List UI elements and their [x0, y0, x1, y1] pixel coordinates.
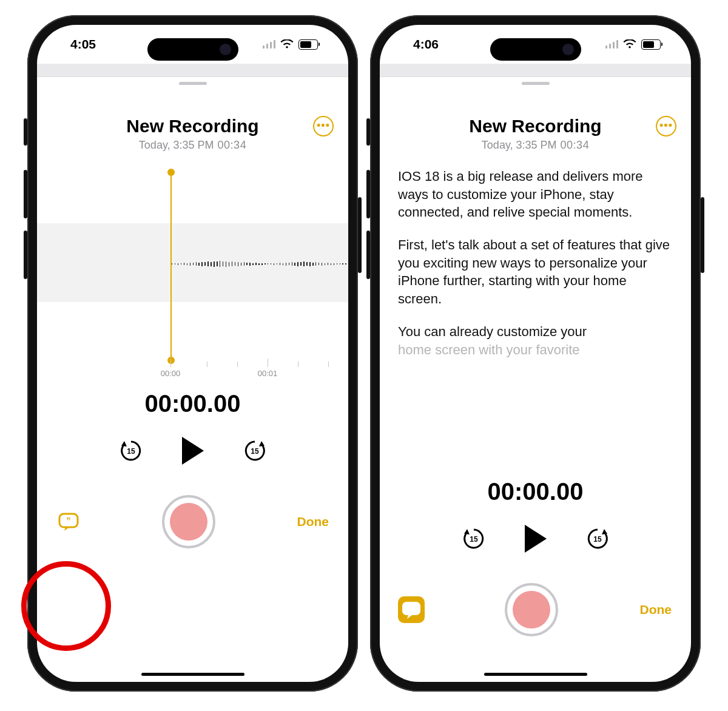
- waveform: [172, 260, 348, 268]
- recording-subtitle: Today, 3:35 PM00:34: [37, 139, 348, 152]
- record-button[interactable]: [505, 583, 558, 636]
- status-bar: 4:05: [37, 25, 348, 64]
- transcript-body[interactable]: IOS 18 is a big release and delivers mor…: [380, 158, 691, 466]
- status-time: 4:06: [413, 37, 439, 52]
- skip-forward-15-button[interactable]: 15: [585, 527, 610, 551]
- transcript-toggle-button[interactable]: ”: [55, 508, 82, 535]
- wifi-icon: [623, 39, 636, 49]
- playback-timer: 00:00.00: [380, 466, 691, 505]
- status-time: 4:05: [70, 37, 96, 52]
- svg-text:”: ”: [410, 604, 414, 613]
- svg-text:15: 15: [127, 447, 135, 456]
- skip-forward-15-button[interactable]: 15: [243, 439, 267, 463]
- skip-back-15-button[interactable]: 15: [462, 527, 486, 551]
- skip-back-15-button[interactable]: 15: [119, 439, 143, 463]
- more-options-button[interactable]: •••: [313, 116, 334, 136]
- home-indicator[interactable]: [484, 673, 587, 676]
- wifi-icon: [280, 39, 294, 49]
- play-button[interactable]: [522, 524, 549, 554]
- playback-timer: 00:00.00: [37, 378, 348, 417]
- status-bar: 4:06: [380, 25, 691, 64]
- recording-subtitle: Today, 3:35 PM00:34: [380, 139, 691, 152]
- svg-text:15: 15: [251, 447, 259, 456]
- play-button[interactable]: [180, 436, 206, 466]
- svg-text:15: 15: [470, 535, 478, 544]
- done-button[interactable]: Done: [296, 511, 331, 533]
- time-ruler: 00:00 00:01: [37, 360, 348, 378]
- cellular-icon: [605, 40, 618, 49]
- record-button[interactable]: [162, 495, 215, 548]
- battery-icon: [298, 39, 318, 50]
- transcript-paragraph: First, let's talk about a set of feature…: [398, 236, 673, 308]
- home-indicator[interactable]: [141, 673, 244, 676]
- playhead[interactable]: [170, 172, 172, 360]
- battery-icon: [641, 39, 661, 50]
- waveform-area[interactable]: 00:00 00:01: [37, 169, 348, 378]
- phone-mockup-right: 4:06 New Recording Today, 3:35 PM00:34 •…: [370, 15, 701, 692]
- transcript-paragraph: You can already customize your home scre…: [398, 323, 673, 359]
- phone-mockup-left: 4:05 New Recording Today, 3:35 PM00:34 •…: [27, 15, 358, 692]
- svg-text:”: ”: [67, 516, 71, 525]
- recording-title: New Recording: [380, 116, 691, 136]
- svg-text:15: 15: [593, 535, 602, 544]
- transcript-paragraph: IOS 18 is a big release and delivers mor…: [398, 167, 673, 221]
- sheet-grabber[interactable]: [522, 82, 550, 85]
- cellular-icon: [263, 40, 275, 49]
- sheet-grabber[interactable]: [179, 82, 207, 85]
- recording-title: New Recording: [37, 116, 348, 136]
- more-options-button[interactable]: •••: [656, 116, 676, 136]
- transcript-toggle-button[interactable]: ”: [398, 596, 425, 623]
- done-button[interactable]: Done: [639, 599, 673, 621]
